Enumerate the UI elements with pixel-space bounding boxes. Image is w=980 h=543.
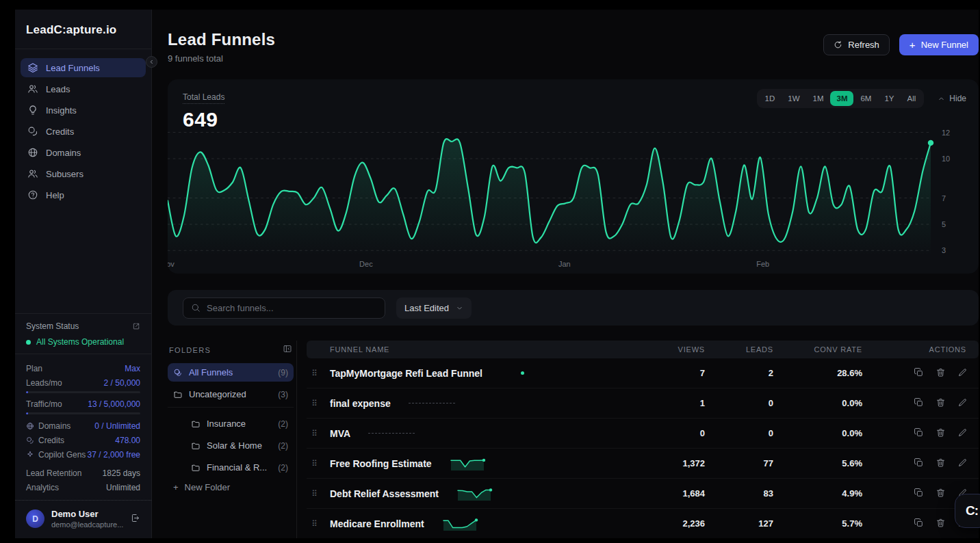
table-row[interactable]: ⠿Medicare Enrollment2,2361275.7% xyxy=(307,509,979,538)
range-pill-6m[interactable]: 6M xyxy=(854,91,877,106)
page-subtitle: 9 funnels total xyxy=(168,53,275,64)
sidebar-item-domains[interactable]: Domains xyxy=(21,143,146,162)
logout-button[interactable] xyxy=(130,513,140,525)
table-row[interactable]: ⠿Free Roofing Estimate1,372775.6% xyxy=(307,449,979,479)
sidebar-item-subusers[interactable]: Subusers xyxy=(21,164,146,183)
sidebar-item-insights[interactable]: Insights xyxy=(21,101,146,120)
folders-panel: FOLDERS All Funnels(9)Uncategorized(3)In… xyxy=(168,341,294,538)
range-pill-1d[interactable]: 1D xyxy=(759,91,782,106)
funnel-name: MVA xyxy=(330,428,350,439)
leads-value: 0 xyxy=(705,398,773,408)
sort-dropdown[interactable]: Last Edited xyxy=(396,297,472,319)
edit-button[interactable] xyxy=(957,397,968,410)
folder-item-uncategorized[interactable]: Uncategorized(3) xyxy=(168,385,294,403)
duplicate-button[interactable] xyxy=(914,427,924,440)
range-pill-all[interactable]: All xyxy=(901,91,923,106)
edit-button[interactable] xyxy=(957,367,968,380)
duplicate-button[interactable] xyxy=(914,518,924,530)
range-pill-1y[interactable]: 1Y xyxy=(878,91,900,106)
plan-value: Unlimited xyxy=(106,483,140,492)
brand-logo: LeadC:apture.io xyxy=(15,10,151,49)
table-row[interactable]: ⠿Debt Relief Assessment1,684834.9% xyxy=(307,479,979,509)
sidebar-item-leads[interactable]: Leads xyxy=(21,79,146,98)
main-content: Lead Funnels 9 funnels total Refresh + N… xyxy=(152,10,979,538)
duplicate-button[interactable] xyxy=(914,397,924,410)
delete-button[interactable] xyxy=(936,488,946,500)
drag-handle[interactable]: ⠿ xyxy=(307,399,330,408)
sidebar-item-lead-funnels[interactable]: Lead Funnels xyxy=(21,58,146,77)
y-tick-label: 10 xyxy=(942,155,950,163)
table-row[interactable]: ⠿TapMyMortgage Refi Lead Funnel7228.6% xyxy=(307,358,979,388)
funnel-sparkline xyxy=(450,456,488,471)
views-value: 1,372 xyxy=(630,458,705,468)
delete-button[interactable] xyxy=(936,427,946,440)
y-tick-label: 12 xyxy=(942,129,950,137)
folder-item-solar-home[interactable]: Solar & Home(2) xyxy=(185,436,294,455)
sidebar-item-help[interactable]: Help xyxy=(21,185,146,204)
total-leads-chart xyxy=(168,124,931,256)
delete-button[interactable] xyxy=(936,458,946,470)
plan-row-copilot-gens: Copilot Gens37 / 2,000 free xyxy=(26,447,140,462)
range-pill-1w[interactable]: 1W xyxy=(782,91,805,106)
sidebar-collapse-button[interactable] xyxy=(146,56,157,68)
funnel-sparkline xyxy=(456,486,495,501)
folder-item-financial-r[interactable]: Financial & R...(2) xyxy=(185,458,294,477)
chevron-left-icon xyxy=(149,59,155,65)
duplicate-button[interactable] xyxy=(914,458,924,470)
conv-rate-value: 4.9% xyxy=(773,488,862,499)
delete-button[interactable] xyxy=(936,397,946,410)
drag-handle[interactable]: ⠿ xyxy=(307,429,330,438)
col-conv-rate: CONV RATE xyxy=(773,345,862,354)
col-funnel-name: FUNNEL NAME xyxy=(330,345,630,354)
range-pill-1m[interactable]: 1M xyxy=(807,91,830,106)
status-dot-icon xyxy=(26,340,31,345)
folder-item-insurance[interactable]: Insurance(2) xyxy=(185,414,294,433)
time-range-selector: 1D1W1M3M6M1YAll xyxy=(757,89,925,108)
plan-row-analytics: AnalyticsUnlimited xyxy=(26,480,140,494)
sidebar-item-credits[interactable]: Credits xyxy=(21,122,146,141)
new-folder-button[interactable]: + New Folder xyxy=(168,482,235,492)
edit-button[interactable] xyxy=(957,427,968,440)
panel-collapse-icon xyxy=(283,344,292,354)
duplicate-icon xyxy=(914,458,924,468)
delete-button[interactable] xyxy=(936,367,946,380)
range-pill-3m[interactable]: 3M xyxy=(830,91,853,106)
new-funnel-button[interactable]: + New Funnel xyxy=(899,34,979,55)
layers-icon xyxy=(27,62,38,73)
conv-rate-value: 5.6% xyxy=(773,458,862,468)
plan-label: Lead Retention xyxy=(26,468,81,478)
page-header: Lead Funnels 9 funnels total Refresh + N… xyxy=(168,30,979,64)
drag-handle[interactable]: ⠿ xyxy=(307,369,330,378)
page-title: Lead Funnels xyxy=(168,30,275,49)
refresh-button[interactable]: Refresh xyxy=(823,34,890,55)
sidebar-item-label: Lead Funnels xyxy=(46,63,100,73)
drag-handle[interactable]: ⠿ xyxy=(307,459,330,468)
col-leads: LEADS xyxy=(705,345,773,354)
folder-count: (9) xyxy=(278,368,288,378)
search-input[interactable] xyxy=(207,303,377,313)
folder-item-all-funnels[interactable]: All Funnels(9) xyxy=(168,363,294,382)
x-tick-label: Feb xyxy=(756,260,769,268)
duplicate-button[interactable] xyxy=(914,367,924,380)
funnel-table: FUNNEL NAME VIEWS LEADS CONV RATE ACTION… xyxy=(296,341,979,538)
collapse-folders-button[interactable] xyxy=(283,344,292,356)
user-row[interactable]: D Demo User demo@leadcapture.... xyxy=(15,500,151,538)
drag-handle[interactable]: ⠿ xyxy=(307,519,330,529)
table-row[interactable]: ⠿MVA000.0% xyxy=(307,419,979,449)
external-link-icon[interactable] xyxy=(132,322,140,330)
edit-icon xyxy=(957,427,968,438)
total-leads-label: Total Leads xyxy=(183,92,224,104)
y-tick-label: 3 xyxy=(942,246,946,254)
edit-button[interactable] xyxy=(957,458,968,470)
hide-chart-button[interactable]: Hide xyxy=(938,94,966,103)
delete-button[interactable] xyxy=(936,518,946,530)
table-row[interactable]: ⠿final expense100.0% xyxy=(307,388,979,419)
duplicate-button[interactable] xyxy=(914,488,924,500)
usage-progress-bar xyxy=(26,412,140,414)
copilot-floating-button[interactable]: C: xyxy=(955,494,980,528)
folder-icon xyxy=(173,390,183,399)
folder-label: Solar & Home xyxy=(207,440,262,451)
folder-label: All Funnels xyxy=(189,367,233,378)
drag-handle[interactable]: ⠿ xyxy=(307,489,330,499)
chart-x-axis: NovDecJanFeb xyxy=(168,260,931,270)
